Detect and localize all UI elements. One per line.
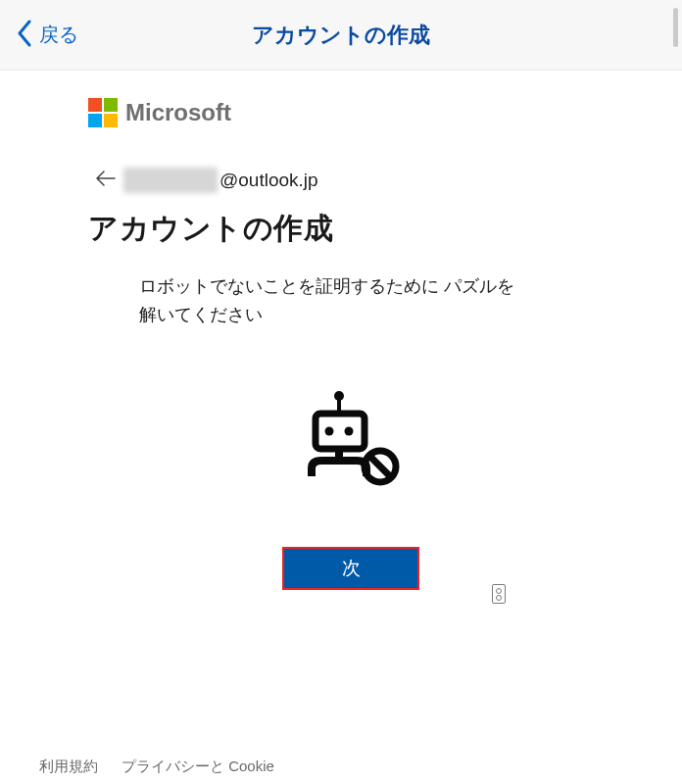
scroll-indicator [673,8,678,47]
next-button[interactable]: 次 [282,547,419,590]
header-title: アカウントの作成 [0,21,682,50]
back-label: 戻る [39,22,78,48]
robot-illustration [88,390,613,498]
svg-rect-2 [316,414,365,449]
microsoft-wordmark: Microsoft [125,99,231,126]
content-area: Microsoft @outlook.jp アカウントの作成 ロボットでないこと… [0,71,682,590]
email-identity-row: @outlook.jp [96,169,613,191]
terms-link[interactable]: 利用規約 [39,758,98,776]
nav-header: 戻る アカウントの作成 [0,0,682,71]
chevron-left-icon [16,19,33,52]
microsoft-logo-icon [88,98,118,127]
privacy-link[interactable]: プライバシーと Cookie [122,758,274,776]
svg-point-4 [345,426,354,435]
footer-links: 利用規約 プライバシーと Cookie [39,758,274,776]
page-heading: アカウントの作成 [88,209,613,249]
back-button[interactable]: 戻る [16,19,78,52]
back-to-email-button[interactable] [96,169,116,191]
robot-no-icon [292,390,410,498]
svg-point-0 [334,391,344,401]
email-domain: @outlook.jp [219,170,318,191]
microsoft-logo: Microsoft [88,98,613,127]
email-username-redacted [125,170,216,191]
captcha-instruction: ロボットでないことを証明するために パズルを解いてください [139,272,531,329]
svg-line-7 [369,456,391,477]
svg-point-3 [325,426,334,435]
next-button-label: 次 [342,556,361,581]
audio-captcha-button[interactable] [492,584,506,604]
